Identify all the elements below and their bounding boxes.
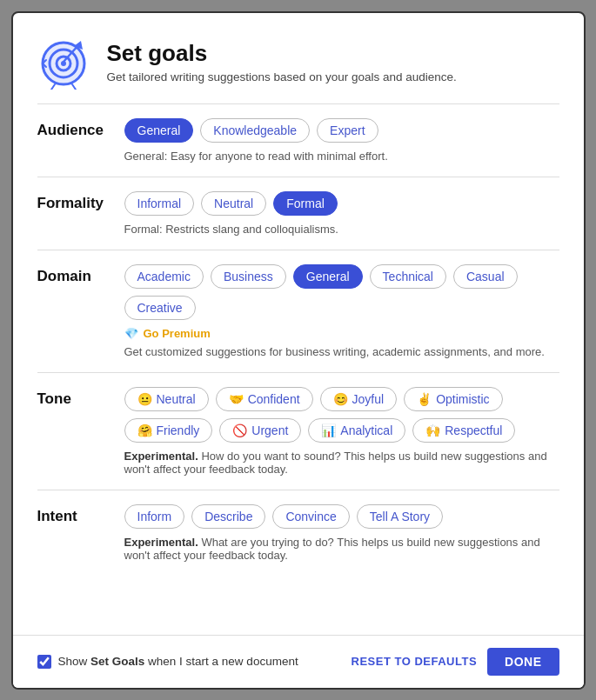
tone-label: Tone [37,387,124,408]
domain-btn-general[interactable]: General [293,264,363,289]
intent-btn-inform[interactable]: Inform [124,504,185,529]
audience-label: Audience [37,118,124,139]
go-premium-label: Go Premium [144,327,211,340]
formality-label: Formality [37,191,124,212]
tone-btn-urgent[interactable]: 🚫 Urgent [219,418,301,443]
divider-3 [37,250,559,250]
intent-btn-group: Inform Describe Convince Tell A Story [124,504,559,529]
optimistic-emoji: ✌️ [417,392,432,406]
svg-line-8 [72,84,76,90]
footer-left: Show Set Goals when I start a new docume… [37,655,298,669]
confident-emoji: 🤝 [229,392,244,406]
divider-5 [37,490,559,490]
audience-body: General Knowledgeable Expert General: Ea… [124,118,559,163]
tone-note-bold: Experimental. [124,450,198,463]
footer-right: RESET TO DEFAULTS DONE [352,648,559,676]
tone-btn-group-row2: 🤗 Friendly 🚫 Urgent 📊 Analytical 🙌 Respe… [124,418,559,443]
goals-icon [37,34,93,90]
checkbox-label-bold: Set Goals [90,655,144,668]
divider-4 [37,372,559,373]
respectful-emoji: 🙌 [425,423,440,437]
modal-header: Set goals Get tailored writing suggestio… [37,34,559,90]
analytical-emoji: 📊 [321,423,336,437]
tone-note: Experimental. How do you want to sound? … [124,450,559,476]
audience-btn-general[interactable]: General [124,118,194,143]
show-set-goals-checkbox-wrapper[interactable]: Show Set Goals when I start a new docume… [37,655,298,669]
intent-note: Experimental. What are you trying to do?… [124,536,559,562]
tone-btn-optimistic[interactable]: ✌️ Optimistic [404,387,502,411]
tone-btn-neutral[interactable]: 😐 Neutral [124,387,209,411]
modal-title: Set goals [107,40,457,67]
diamond-icon: 💎 [124,327,138,340]
domain-btn-group: Academic Business General Technical Casu… [124,264,559,320]
audience-description: General: Easy for anyone to read with mi… [124,150,559,163]
domain-btn-business[interactable]: Business [211,264,286,289]
audience-section: Audience General Knowledgeable Expert Ge… [37,118,559,163]
tone-btn-group-row1: 😐 Neutral 🤝 Confident 😊 Joyful ✌️ Optimi… [124,387,559,411]
tone-btn-friendly[interactable]: 🤗 Friendly [124,418,213,443]
domain-btn-academic[interactable]: Academic [124,264,204,289]
domain-description: Get customized suggestions for business … [124,345,559,358]
audience-btn-knowledgeable[interactable]: Knowledgeable [200,118,310,143]
header-text: Set goals Get tailored writing suggestio… [107,40,457,83]
done-button[interactable]: DONE [487,648,559,676]
reset-defaults-button[interactable]: RESET TO DEFAULTS [352,655,478,668]
go-premium-row[interactable]: 💎 Go Premium [124,327,559,340]
formality-description: Formal: Restricts slang and colloquialis… [124,223,559,236]
tone-btn-respectful[interactable]: 🙌 Respectful [412,418,515,443]
intent-body: Inform Describe Convince Tell A Story Ex… [124,504,559,562]
show-set-goals-checkbox[interactable] [37,655,51,669]
divider-1 [37,103,559,104]
svg-line-7 [51,84,55,90]
domain-body: Academic Business General Technical Casu… [124,264,559,358]
formality-btn-informal[interactable]: Informal [124,191,195,216]
tone-body: 😐 Neutral 🤝 Confident 😊 Joyful ✌️ Optimi… [124,387,559,476]
intent-label: Intent [37,504,124,525]
domain-btn-casual[interactable]: Casual [453,264,518,289]
formality-section: Formality Informal Neutral Formal Formal… [37,191,559,236]
urgent-emoji: 🚫 [232,423,247,437]
formality-body: Informal Neutral Formal Formal: Restrict… [124,191,559,236]
divider-2 [37,177,559,177]
intent-section: Intent Inform Describe Convince Tell A S… [37,504,559,562]
tone-section: Tone 😐 Neutral 🤝 Confident 😊 Joyful ✌️ O… [37,387,559,476]
domain-section: Domain Academic Business General Technic… [37,264,559,358]
intent-btn-convince[interactable]: Convince [272,504,349,529]
set-goals-modal: Set goals Get tailored writing suggestio… [11,11,586,690]
intent-note-bold: Experimental. [124,536,198,549]
intent-btn-tell-a-story[interactable]: Tell A Story [357,504,443,529]
tone-btn-analytical[interactable]: 📊 Analytical [308,418,405,443]
domain-btn-technical[interactable]: Technical [370,264,446,289]
domain-label: Domain [37,264,124,285]
joyful-emoji: 😊 [333,392,348,406]
formality-btn-formal[interactable]: Formal [273,191,338,216]
formality-btn-neutral[interactable]: Neutral [201,191,266,216]
tone-btn-joyful[interactable]: 😊 Joyful [320,387,398,411]
modal-subtitle: Get tailored writing suggestions based o… [107,70,457,83]
formality-btn-group: Informal Neutral Formal [124,191,559,216]
checkbox-label: Show Set Goals when I start a new docume… [58,655,298,668]
friendly-emoji: 🤗 [137,423,152,437]
neutral-emoji: 😐 [137,392,152,406]
domain-btn-creative[interactable]: Creative [124,296,196,320]
modal-footer: Show Set Goals when I start a new docume… [13,635,584,688]
intent-btn-describe[interactable]: Describe [191,504,265,529]
tone-btn-confident[interactable]: 🤝 Confident [216,387,313,411]
audience-btn-expert[interactable]: Expert [317,118,378,143]
audience-btn-group: General Knowledgeable Expert [124,118,559,143]
